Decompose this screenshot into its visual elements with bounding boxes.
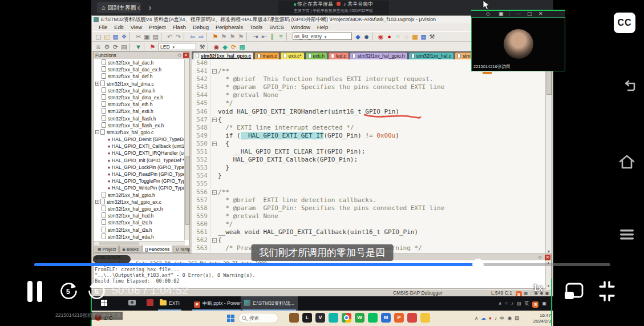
cut-icon[interactable]: ✂ <box>134 32 143 41</box>
app-folder-icon[interactable] <box>420 313 430 323</box>
target-flag-icon[interactable]: ⚑ <box>148 42 157 51</box>
keyboard-icon[interactable]: ▤ <box>517 301 521 306</box>
chevron-up-icon[interactable]: ∧ <box>499 301 502 306</box>
nav-next-button[interactable]: › <box>146 2 154 13</box>
redo-icon[interactable]: ↷ <box>174 32 183 41</box>
target-options-icon[interactable]: ⚒ <box>198 42 206 51</box>
menu-icon[interactable] <box>619 228 635 241</box>
bookmark-next-icon[interactable]: ⚑ <box>228 32 237 41</box>
nav-back-icon[interactable]: ⇦ <box>188 32 197 41</box>
menu-edit[interactable]: Edit <box>111 23 127 31</box>
undo-icon[interactable]: ↶ <box>165 32 174 41</box>
tree-item[interactable]: stm32f1xx_hal_dma.h <box>94 87 184 94</box>
wrench-icon[interactable]: ⚒ <box>428 32 436 41</box>
collapse-icon[interactable]: − <box>95 130 99 134</box>
expand-icon[interactable]: + <box>95 200 99 204</box>
tree-item[interactable]: stm32f1xx_hal_irda.h <box>94 234 184 240</box>
tree-item[interactable]: stm32f1xx_hal_hcd.h <box>94 212 184 219</box>
breakpoint-disable-icon[interactable]: ○ <box>394 32 402 41</box>
target-select-combo[interactable]: LED▾ <box>159 43 196 50</box>
onedrive-icon[interactable]: ☁ <box>481 315 486 321</box>
settings-icon[interactable]: ◉ <box>508 315 512 321</box>
menu-debug[interactable]: Debug <box>189 23 212 31</box>
tree-item[interactable]: ♦HAL_GPIO_WritePin (GPIO_TypeDef *GP... <box>94 184 184 191</box>
menu-peripherals[interactable]: Peripherals <box>212 23 246 31</box>
panel-tab-project[interactable]: ▦Project <box>95 245 119 253</box>
editor-vscrollbar[interactable]: ▲▼ <box>545 59 552 253</box>
menu-tools[interactable]: Tools <box>246 23 266 31</box>
functions-tree-vscrollbar[interactable] <box>184 59 189 240</box>
recording-icon[interactable]: ● <box>489 315 492 321</box>
panel-tab-functions[interactable]: {}Functions <box>142 245 172 253</box>
app-wps-icon[interactable]: W <box>355 313 364 323</box>
tree-item[interactable]: stm32f1xx_hal_dac.h <box>94 59 184 66</box>
app-dark-l-icon[interactable]: L <box>302 313 312 323</box>
app-wechat-icon[interactable] <box>368 313 378 323</box>
input-lang-icon[interactable]: 英 <box>524 301 529 306</box>
editor-tab-main-c[interactable]: main.c <box>254 52 280 59</box>
rebuild-icon[interactable]: ⟳ <box>111 42 120 51</box>
maximize-icon[interactable]: ▢ <box>527 11 532 17</box>
media-icon[interactable]: ♪ <box>495 315 497 321</box>
seek-bar[interactable] <box>34 263 610 266</box>
menu-project[interactable]: Project <box>145 23 169 31</box>
rewind-5-button[interactable]: 5 <box>58 281 79 301</box>
exit-fullscreen-button[interactable] <box>596 280 618 303</box>
tree-item[interactable]: ♦HAL_GPIO_TogglePin (GPIO_TypeDef *G... <box>94 178 184 184</box>
bookmark-clear-icon[interactable]: ⚑ <box>237 32 245 41</box>
tree-item[interactable]: ♦HAL_GPIO_EXTI_Callback (uint16_t GPIO..… <box>94 143 184 150</box>
indent-icon[interactable]: ⇥ <box>251 32 260 41</box>
breakpoint-clear-icon[interactable]: ◌ <box>402 32 411 41</box>
taskbar-search[interactable]: 搜索 <box>238 313 278 323</box>
input-lang-icon[interactable]: 中 <box>500 315 505 321</box>
volume-icon[interactable]: ♪ <box>511 301 513 306</box>
uncomment-icon[interactable]: ≡ <box>277 32 285 41</box>
tree-item[interactable]: stm32f1xx_hal_flash_ex.h <box>94 122 184 129</box>
box-icon[interactable]: ▩ <box>411 32 419 41</box>
tree-item[interactable]: ♦HAL_GPIO_LockPin (GPIO_TypeDef *GPI... <box>94 164 184 171</box>
pin-icon[interactable]: ◇ <box>538 254 542 261</box>
tree-item[interactable]: stm32f1xx_hal_gpio_ex.h <box>94 206 184 212</box>
fold-icon[interactable]: − <box>212 118 217 122</box>
search-icon[interactable]: ◉ <box>376 32 385 41</box>
fold-icon[interactable]: − <box>212 142 217 146</box>
tree-item[interactable]: ♦HAL_GPIO_ReadPin (GPIO_TypeDef *GPI... <box>94 171 184 178</box>
nav-forward-icon[interactable]: ⇨ <box>197 32 205 41</box>
fold-icon[interactable]: − <box>212 190 217 195</box>
bookmark-prev-icon[interactable]: ⚑ <box>220 32 228 41</box>
find-next-icon[interactable]: ◆ <box>354 32 362 41</box>
code-area[interactable]: 540541−/**542 * @brief This function han… <box>192 59 545 253</box>
grid-icon[interactable]: ▦ <box>419 32 428 41</box>
restore-icon[interactable]: ▣ <box>499 11 504 17</box>
editor-tab-exti-c-[interactable]: exti.c* <box>280 52 304 59</box>
tree-item[interactable]: +stm32f1xx_hal_gpio_ex.c <box>94 199 184 206</box>
batch-build-icon[interactable]: ▤ <box>120 42 128 51</box>
forward-5-button[interactable]: 5 <box>87 281 107 301</box>
copy-icon[interactable]: ▣ <box>143 32 151 41</box>
app-teal-phone-icon[interactable] <box>329 313 338 323</box>
tree-item[interactable]: stm32f1xx_hal_i2c.h <box>94 219 184 226</box>
tree-item[interactable]: stm32f1xx_hal_def.h <box>94 73 184 80</box>
webcam-video[interactable]: 2215014216张韵周 <box>471 17 565 71</box>
seek-handle[interactable] <box>472 259 484 270</box>
breakpoint-icon[interactable]: ● <box>385 32 394 41</box>
tree-item[interactable]: ♦HAL_GPIO_Init (GPIO_TypeDef *GPIOx, ... <box>94 157 184 164</box>
tree-item[interactable]: stm32f1xx_hal_eth.h <box>94 101 184 108</box>
menu-view[interactable]: View <box>127 23 145 31</box>
panel-tab-books[interactable]: ◉Books <box>119 245 141 253</box>
menu-window[interactable]: Window <box>287 23 314 31</box>
manage-run-icon[interactable]: ⟳ <box>229 42 238 51</box>
tree-item[interactable]: −stm32f1xx_hal_gpio.c <box>94 129 184 136</box>
tree-item[interactable]: +stm32f1xx_hal_dma.c <box>94 81 184 87</box>
tree-item[interactable]: ♦HAL_GPIO_EXTI_IRQHandler (uint16_t G... <box>94 150 184 156</box>
paste-icon[interactable]: ▤ <box>151 32 160 41</box>
folder-window-exti[interactable]: EXTI <box>156 296 183 311</box>
close-build-output-button[interactable]: ✕ <box>545 255 550 260</box>
app-dark-v-icon[interactable]: V <box>315 313 325 323</box>
camera-app[interactable] <box>124 296 140 311</box>
download-icon[interactable]: ▼ <box>134 42 143 51</box>
functions-tree-hscrollbar[interactable] <box>94 241 185 245</box>
playback-speed[interactable]: 1x <box>533 283 543 293</box>
uvision-window[interactable]: E:\STM32资料\战... <box>241 296 298 311</box>
network-icon[interactable]: ≈ <box>505 301 507 306</box>
